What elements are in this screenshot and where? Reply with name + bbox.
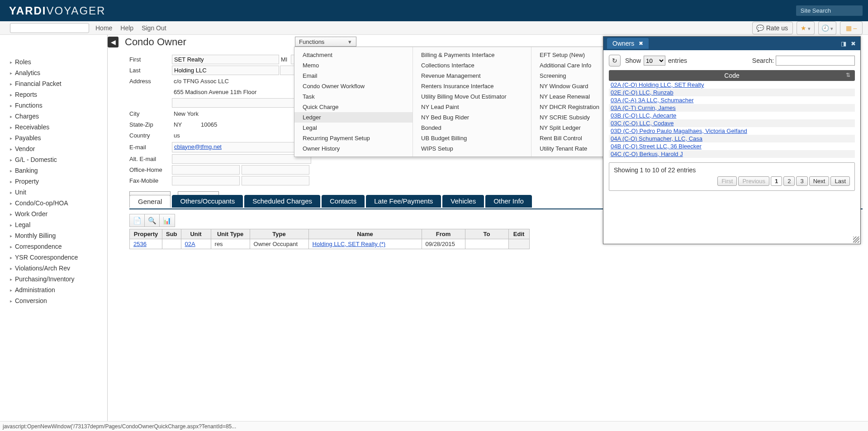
fn-recurring-payment-setup[interactable]: Recurring Payment Setup (294, 133, 413, 143)
fn-ny-window-guard[interactable]: NY Window Guard (531, 81, 613, 91)
rate-us-button[interactable]: Rate us (752, 22, 793, 34)
favorite-button[interactable]: ★ (797, 21, 815, 35)
fn-screening[interactable]: Screening (531, 71, 613, 81)
fn-ub-budget[interactable]: UB Budget Billing (413, 133, 531, 143)
fn-ny-bed-bug[interactable]: NY Bed Bug Rider (413, 112, 531, 123)
cell-property-link[interactable]: 2536 (133, 241, 147, 247)
col-from[interactable]: From (422, 229, 465, 239)
history-button[interactable]: 🕘 (818, 21, 836, 35)
tab-vehicles[interactable]: Vehicles (442, 195, 484, 208)
pager-2[interactable]: 2 (783, 176, 795, 186)
fn-rent-bill-control[interactable]: Rent Bill Control (531, 133, 613, 143)
input-home[interactable] (242, 165, 309, 175)
sidebar-item-payables[interactable]: Payables (0, 133, 107, 143)
fn-revenue-mgmt[interactable]: Revenue Management (413, 71, 531, 81)
fn-eft-setup[interactable]: EFT Setup (New) (531, 50, 613, 60)
sidebar-item-roles[interactable]: Roles (0, 57, 107, 67)
owner-row-link[interactable]: 02A (C-O) Holding LLC, SET Realty (611, 81, 704, 88)
fn-utility-billing[interactable]: Utility Billing Move Out Estimator (413, 91, 531, 102)
sidebar-item-receivables[interactable]: Receivables (0, 122, 107, 133)
email-link[interactable]: cblayne@tfmg.net (174, 143, 222, 150)
owner-row-link[interactable]: 04A (C-O) Schumacher, LLC, Casa (611, 135, 702, 142)
fn-ny-lead-paint[interactable]: NY Lead Paint (413, 102, 531, 112)
find-icon[interactable]: 🔍 (145, 214, 160, 227)
col-edit[interactable]: Edit (508, 229, 529, 239)
col-unittype[interactable]: Unit Type (211, 229, 250, 239)
fn-quick-charge[interactable]: Quick Charge (294, 102, 413, 112)
sidebar-item-charges[interactable]: Charges (0, 111, 107, 122)
owners-collapse-icon[interactable]: ◨ (841, 40, 846, 47)
sidebar-item-property[interactable]: Property (0, 176, 107, 187)
sidebar-item-analytics[interactable]: Analytics (0, 67, 107, 78)
sidebar-item-administration[interactable]: Administration (0, 284, 107, 295)
tab-scheduled-charges[interactable]: Scheduled Charges (244, 195, 320, 208)
fn-condo-owner-workflow[interactable]: Condo Owner Workflow (294, 81, 413, 91)
tab-general[interactable]: General (129, 195, 171, 208)
sidebar-item-financial-packet[interactable]: Financial Packet (0, 78, 107, 89)
pager-3[interactable]: 3 (796, 176, 807, 186)
pager-first[interactable]: First (717, 176, 737, 186)
fn-memo[interactable]: Memo (294, 60, 413, 71)
cell-edit-button[interactable] (508, 239, 529, 249)
col-sub[interactable]: Sub (162, 229, 181, 239)
menu-help[interactable]: Help (120, 24, 133, 32)
sidebar-item-legal[interactable]: Legal (0, 219, 107, 230)
dashboard-button[interactable]: ▦ – (840, 21, 863, 35)
fn-ny-dhcr[interactable]: NY DHCR Registration (531, 102, 613, 112)
fn-ledger[interactable]: Ledger (294, 112, 413, 123)
owners-refresh-icon[interactable]: ↻ (609, 55, 621, 66)
sidebar-item-functions[interactable]: Functions (0, 100, 107, 111)
sidebar-item-violations[interactable]: Violations/Arch Rev (0, 263, 107, 274)
fn-billing-payments[interactable]: Billing & Payments Interface (413, 50, 531, 60)
sidebar-item-unit[interactable]: Unit (0, 187, 107, 198)
owners-close-icon[interactable]: ✖ (851, 40, 856, 47)
site-search-button[interactable]: Site Search (796, 5, 863, 16)
functions-dropdown-button[interactable]: Functions (295, 37, 356, 47)
sidebar-item-reports[interactable]: Reports (0, 89, 107, 100)
sidebar-item-monthly-billing[interactable]: Monthly Billing (0, 230, 107, 241)
fn-renters-insurance[interactable]: Renters Insurance Interface (413, 81, 531, 91)
fn-wips-setup[interactable]: WIPS Setup (413, 143, 531, 154)
sidebar-item-conversion[interactable]: Conversion (0, 295, 107, 306)
col-type[interactable]: Type (250, 229, 308, 239)
pager-last[interactable]: Last (830, 176, 850, 186)
sidebar-item-gl-domestic[interactable]: G/L - Domestic (0, 154, 107, 165)
fn-ny-lease-renewal[interactable]: NY Lease Renewal (531, 91, 613, 102)
owner-row-link[interactable]: 03A (C-A) 3A LLC, Schumacher (611, 97, 694, 104)
sidebar-item-banking[interactable]: Banking (0, 165, 107, 176)
pager-prev[interactable]: Previous (738, 176, 769, 186)
fn-collections[interactable]: Collections Interface (413, 60, 531, 71)
cell-name-link[interactable]: Holding LLC, SET Realty (*) (313, 241, 386, 247)
sidebar-item-ysr[interactable]: YSR Coorespondence (0, 252, 107, 263)
owner-row-link[interactable]: 02E (C-O) LLC, Runzab (611, 89, 674, 96)
fn-ny-split-ledger[interactable]: NY Split Ledger (531, 123, 613, 133)
tab-contacts[interactable]: Contacts (322, 195, 365, 208)
tab-late-fee-payments[interactable]: Late Fee/Payments (366, 195, 441, 208)
fn-additional-care[interactable]: Additional Care Info (531, 60, 613, 71)
pager-1[interactable]: 1 (771, 176, 782, 186)
owner-row-link[interactable]: 03C (C-O) LLC, Codave (611, 120, 674, 127)
input-mobile[interactable] (242, 176, 309, 185)
fn-attachment[interactable]: Attachment (294, 50, 413, 60)
input-office[interactable] (172, 165, 240, 175)
fn-utility-tenant-rate[interactable]: Utility Tenant Rate (531, 143, 613, 154)
excel-icon[interactable]: 📊 (160, 214, 175, 227)
sidebar-item-correspondence[interactable]: Correspondence (0, 241, 107, 252)
col-to[interactable]: To (465, 229, 508, 239)
owners-resize-grip[interactable] (853, 237, 859, 243)
col-name[interactable]: Name (308, 229, 422, 239)
owners-entries-select[interactable]: 10 (644, 56, 665, 66)
owner-row-link[interactable]: 04B (C-O) Street LLC, 36 Bleecker (611, 143, 702, 150)
fn-legal[interactable]: Legal (294, 123, 413, 133)
new-record-icon[interactable]: 📄 (130, 214, 145, 227)
col-unit[interactable]: Unit (181, 229, 211, 239)
owners-search-input[interactable] (776, 56, 855, 66)
owner-row-link[interactable]: 03D (C-O) Pedro Paulo Magalhaes, Victori… (611, 128, 747, 134)
owners-tab-close-icon[interactable]: ✖ (639, 40, 643, 47)
tab-other-info[interactable]: Other Info (485, 195, 532, 208)
owners-code-header[interactable]: Code (609, 70, 855, 81)
fn-ny-scrie[interactable]: NY SCRIE Subsidy (531, 112, 613, 123)
tab-others-occupants[interactable]: Others/Occupants (172, 195, 243, 208)
pager-next[interactable]: Next (809, 176, 830, 186)
sidebar-item-vendor[interactable]: Vendor (0, 143, 107, 154)
